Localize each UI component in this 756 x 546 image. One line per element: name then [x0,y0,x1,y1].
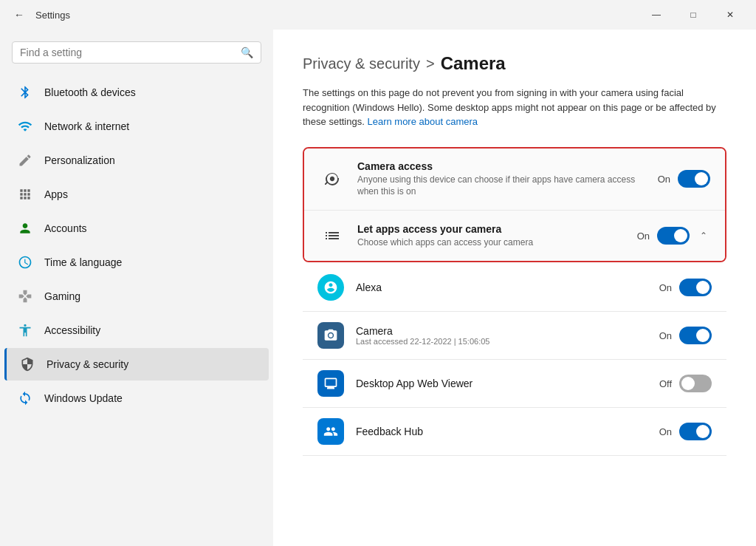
search-icon: 🔍 [241,47,253,58]
feedback-app-status: On [659,426,672,437]
personalization-icon [16,151,34,169]
sidebar-item-accounts[interactable]: Accounts [4,212,269,245]
page-title: Camera [441,53,506,74]
camera-app-toggle[interactable] [679,327,712,344]
toggle-knob [695,172,708,185]
gaming-label: Gaming [44,290,80,302]
desktop-app-toggle[interactable] [679,375,712,392]
app-row-desktop: Desktop App Web Viewer Off [303,360,726,408]
apps-icon [16,185,34,203]
app-title: Settings [35,10,70,21]
app-row-alexa: Alexa On [303,264,726,312]
let-apps-chevron[interactable]: ⌃ [697,228,710,244]
app-row-camera: Camera Last accessed 22-12-2022 | 15:06:… [303,312,726,360]
camera-app-sub: Last accessed 22-12-2022 | 15:06:05 [356,337,647,346]
sidebar-item-privacy[interactable]: Privacy & security [4,348,269,381]
camera-app-name: Camera [356,325,647,337]
alexa-info: Alexa [356,281,647,293]
bluetooth-label: Bluetooth & devices [44,86,136,98]
toggle-knob-feedback [696,425,709,438]
camera-access-info: Camera access Anyone using this device c… [357,160,646,199]
let-apps-title: Let apps access your camera [357,223,625,235]
sidebar-item-gaming[interactable]: Gaming [4,280,269,313]
camera-access-toggle[interactable] [678,170,710,188]
maximize-button[interactable]: □ [676,3,710,27]
camera-access-row: Camera access Anyone using this device c… [304,149,725,211]
toggle-knob-desktop [681,377,695,390]
let-apps-icon [319,222,346,249]
breadcrumb-parent: Privacy & security [303,55,420,72]
gaming-icon [16,287,34,305]
search-input[interactable] [20,47,241,58]
update-icon [16,389,34,407]
toggle-knob-2 [674,229,687,242]
toggle-knob-camera-app [696,329,709,342]
camera-app-icon [317,322,344,349]
breadcrumb: Privacy & security > Camera [303,53,726,74]
window-controls: — □ ✕ [639,3,747,27]
network-icon [16,117,34,135]
learn-more-link[interactable]: Learn more about camera [367,116,478,127]
svg-point-0 [329,333,332,337]
camera-app-info: Camera Last accessed 22-12-2022 | 15:06:… [356,325,647,346]
alexa-toggle[interactable] [679,279,712,296]
privacy-icon [18,355,36,373]
sidebar-item-personalization[interactable]: Personalization [4,144,269,177]
camera-settings-card: Camera access Anyone using this device c… [303,147,726,263]
titlebar: ← Settings — □ ✕ [0,0,756,30]
bluetooth-icon [16,83,34,101]
accounts-icon [16,219,34,237]
camera-access-title: Camera access [357,160,646,172]
page-description: The settings on this page do not prevent… [303,86,726,129]
network-label: Network & internet [44,120,129,132]
camera-app-status: On [659,330,672,341]
alexa-status: On [659,282,672,293]
accessibility-label: Accessibility [44,324,100,336]
desktop-app-info: Desktop App Web Viewer [356,378,647,389]
alexa-control: On [659,279,712,296]
description-text: The settings on this page do not prevent… [303,87,716,127]
camera-access-desc: Anyone using this device can choose if t… [357,174,646,199]
let-apps-toggle[interactable] [657,227,690,245]
let-apps-info: Let apps access your camera Choose which… [357,223,625,249]
sidebar-item-network[interactable]: Network & internet [4,110,269,143]
camera-access-control: On [658,170,710,188]
sidebar-item-bluetooth[interactable]: Bluetooth & devices [4,76,269,109]
feedback-app-toggle[interactable] [679,423,712,440]
main-content: Privacy & security > Camera The settings… [273,30,756,546]
back-icon: ← [14,9,24,21]
search-box[interactable]: 🔍 [12,41,261,64]
minimize-button[interactable]: — [639,3,673,27]
desktop-app-control: Off [659,375,712,392]
alexa-name: Alexa [356,281,647,293]
update-label: Windows Update [44,392,123,404]
time-icon [16,253,34,271]
sidebar-item-update[interactable]: Windows Update [4,382,269,414]
close-button[interactable]: ✕ [713,3,747,27]
desktop-app-icon [317,370,344,397]
personalization-label: Personalization [44,154,115,166]
feedback-app-name: Feedback Hub [356,426,647,437]
time-label: Time & language [44,256,122,268]
sidebar-item-accessibility[interactable]: Accessibility [4,314,269,347]
let-apps-status: On [637,231,650,242]
camera-app-control: On [659,327,712,344]
app-body: 🔍 Bluetooth & devices Network & internet [0,30,756,546]
sidebar-item-time[interactable]: Time & language [4,246,269,279]
back-button[interactable]: ← [9,4,30,25]
breadcrumb-separator: > [426,55,435,72]
desktop-app-name: Desktop App Web Viewer [356,378,647,389]
let-apps-row: Let apps access your camera Choose which… [304,211,725,261]
let-apps-desc: Choose which apps can access your camera [357,236,625,249]
camera-access-icon [319,165,346,192]
let-apps-control: On ⌃ [637,227,710,245]
toggle-knob-alexa [696,281,709,294]
privacy-label: Privacy & security [47,358,128,370]
app-row-feedback: Feedback Hub On [303,408,726,456]
feedback-app-info: Feedback Hub [356,426,647,437]
sidebar: 🔍 Bluetooth & devices Network & internet [0,30,273,546]
sidebar-item-apps[interactable]: Apps [4,178,269,211]
apps-label: Apps [44,188,68,200]
feedback-app-control: On [659,423,712,440]
accessibility-icon [16,321,34,339]
